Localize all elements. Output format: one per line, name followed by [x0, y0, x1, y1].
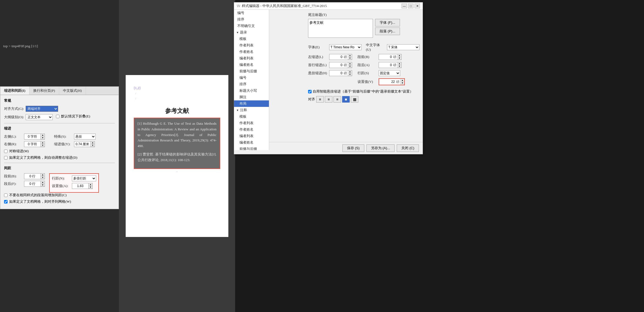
tree-item-bianzheli-1[interactable]: 编者列表 — [234, 55, 269, 62]
tree-item-buju[interactable]: 布局 — [234, 100, 269, 107]
tree-item-paixu-1[interactable]: 排序 — [234, 16, 269, 23]
indent-value-down[interactable]: ▼ — [91, 144, 95, 147]
left-indent-field-input[interactable] — [329, 54, 343, 60]
tree-item-zuozheliebiao-1[interactable]: 作者列表 — [234, 42, 269, 49]
footnote-title-input[interactable]: 参考文献 — [308, 19, 373, 38]
auto-adjust-checkbox[interactable] — [4, 156, 8, 160]
before-spacing-down-btn[interactable]: ▼ — [398, 57, 401, 60]
setting-value-field-up[interactable]: ▲ — [401, 79, 404, 82]
setting-value-down[interactable]: ▼ — [89, 186, 92, 189]
tree-item-qianzhui-1[interactable]: 前缀与后缀 — [234, 68, 269, 74]
ref-item-2: [2] 曹堂哲. 基于结果链的影响评估及其实验方法[J]. 公共行政评论, 20… — [138, 152, 216, 163]
tree-item-zuozheliebiao-2[interactable]: 作者列表 — [234, 120, 269, 126]
special-select[interactable]: 悬挂 — [74, 134, 96, 140]
before-spacing-field-input[interactable] — [379, 54, 392, 60]
symmetric-checkbox[interactable] — [4, 150, 8, 153]
tree-item-muban-2[interactable]: 模板 — [234, 113, 269, 120]
tree-item-bianzhexi-2[interactable]: 编者姓名 — [234, 139, 269, 146]
after-spacing-field-input[interactable] — [379, 62, 392, 68]
align-btn-5[interactable]: ▦ — [351, 96, 358, 103]
left-indent-field-up[interactable]: ▲ — [348, 54, 352, 57]
hanging-up[interactable]: ▲ — [348, 70, 352, 73]
align-btn-1[interactable]: ≡ — [316, 96, 324, 103]
tree-item-biaohao-2[interactable]: 编号 — [234, 74, 269, 81]
ref-highlight-box: [1] Hollibaugh G E. The Use of Text as D… — [134, 118, 220, 169]
right-indent-down[interactable]: ▼ — [41, 144, 45, 147]
align-btn-4[interactable]: ■ — [342, 96, 350, 103]
setting-value-field: 设置值(V) 磅 ▲ ▼ — [358, 78, 405, 85]
after-spacing-down-btn[interactable]: ▼ — [398, 65, 401, 68]
align-select[interactable]: 两端对齐 — [26, 106, 58, 112]
minimize-btn[interactable]: — — [402, 4, 407, 8]
tree-item-qianzhui-2[interactable]: 前缀与后缀 — [234, 146, 269, 150]
symmetric-label: 对称缩进(M) — [9, 149, 29, 154]
right-indent-input[interactable] — [24, 141, 41, 147]
app-icon: 𝕎 — [237, 4, 240, 8]
auto-hanging-checkbox[interactable] — [308, 90, 312, 93]
indent-value-input[interactable] — [74, 141, 91, 147]
first-line-down[interactable]: ▼ — [348, 65, 352, 68]
font-select[interactable]: T Times New Ro — [329, 44, 362, 50]
chinese-font-select[interactable]: T 宋体 — [387, 44, 419, 50]
tree-item-zuozhexingming-2[interactable]: 作者姓名 — [234, 126, 269, 133]
setting-value-field-spin-btns: ▲ ▼ — [400, 79, 404, 84]
tree-item-muban-1[interactable]: 模板 — [234, 36, 269, 42]
setting-value-field-input[interactable] — [379, 79, 395, 84]
tree-item-paixu-2[interactable]: 排序 — [234, 81, 269, 87]
left-indent-down[interactable]: ▼ — [41, 137, 45, 139]
font-btn[interactable]: 字体 (F)... — [375, 19, 400, 26]
grid-checkbox[interactable] — [4, 200, 8, 204]
align-btn-3[interactable]: ≡ — [333, 96, 341, 103]
line-spacing-select[interactable]: 多倍行距 — [72, 175, 96, 181]
after-spacing-down[interactable]: ▼ — [41, 184, 45, 186]
before-spacing-up-btn[interactable]: ▲ — [398, 54, 401, 57]
align-btn-2[interactable]: ≡ — [325, 96, 332, 103]
before-spacing-input[interactable] — [24, 174, 41, 179]
tree-item-jiaozhu[interactable]: 脚注 — [234, 94, 269, 100]
para-btn[interactable]: 段落 (P)... — [375, 28, 400, 35]
right-indent-up[interactable]: ▲ — [41, 141, 45, 144]
collapse-checkbox[interactable] — [56, 115, 59, 118]
footnote-btns: 字体 (F)... 段落 (P)... — [375, 19, 400, 35]
left-indent-up[interactable]: ▲ — [41, 134, 45, 137]
line-spacing-field-select[interactable]: 固定值 — [379, 70, 400, 76]
tree-parent-zhushi[interactable]: ▼ 注释 — [234, 107, 269, 113]
outline-select[interactable]: 正文文本 — [26, 114, 53, 120]
tree-parent-tilu[interactable]: ▼ 题录 — [234, 29, 269, 36]
tab-indent-spacing[interactable]: 缩进和间距(I) — [0, 87, 29, 95]
setting-value-up[interactable]: ▲ — [89, 183, 92, 186]
before-spacing-up[interactable]: ▲ — [41, 174, 45, 176]
tree-item-yinyinwen[interactable]: 不明确引文 — [234, 23, 269, 29]
after-spacing-up[interactable]: ▲ — [41, 181, 45, 184]
left-indent-field-down[interactable]: ▼ — [348, 57, 352, 60]
setting-value-highlight: 磅 ▲ ▼ — [379, 78, 405, 85]
maximize-btn[interactable]: □ — [408, 4, 413, 8]
chinese-font-label: 中文字体(U) — [366, 43, 385, 52]
hanging-down[interactable]: ▼ — [348, 73, 352, 76]
tab-chinese-format[interactable]: 中文版式(H) — [59, 87, 86, 95]
tree-item-zuozhexingming-1[interactable]: 作者姓名 — [234, 49, 269, 55]
tree-item-biaohao-1[interactable]: 编号 — [234, 10, 269, 16]
setting-value-field-down[interactable]: ▼ — [401, 82, 404, 84]
after-spacing-spin: ▲ ▼ — [24, 181, 45, 187]
tree-item-biaoti[interactable]: 标题大小写 — [234, 87, 269, 94]
first-line-input[interactable] — [329, 62, 343, 68]
after-spacing-input[interactable] — [24, 181, 41, 186]
left-indent-input[interactable] — [24, 134, 41, 139]
tree-item-bianzheli-2[interactable]: 编者列表 — [234, 133, 269, 139]
first-line-up[interactable]: ▲ — [348, 62, 352, 65]
hanging-input[interactable] — [329, 70, 343, 76]
before-spacing-label: 段前(B): — [4, 174, 23, 179]
close-btn[interactable]: ✕ — [415, 4, 420, 8]
setting-value-input[interactable] — [72, 183, 88, 189]
tab-line-page[interactable]: 换行和分页(P) — [29, 87, 59, 95]
indent-value-up[interactable]: ▲ — [91, 141, 95, 144]
no-add-checkbox[interactable] — [4, 194, 8, 197]
tree-item-bianzhexi-1[interactable]: 编者姓名 — [234, 62, 269, 68]
after-spacing-up-btn[interactable]: ▲ — [398, 62, 401, 65]
line-spacing-row: 行距(N): 多倍行距 — [52, 175, 96, 181]
close-footer-btn[interactable]: 关闭 (C) — [397, 144, 419, 152]
save-btn[interactable]: 保存 (S) — [342, 144, 364, 152]
before-spacing-down[interactable]: ▼ — [41, 176, 45, 179]
save-as-btn[interactable]: 另存为 (A)... — [366, 144, 395, 152]
